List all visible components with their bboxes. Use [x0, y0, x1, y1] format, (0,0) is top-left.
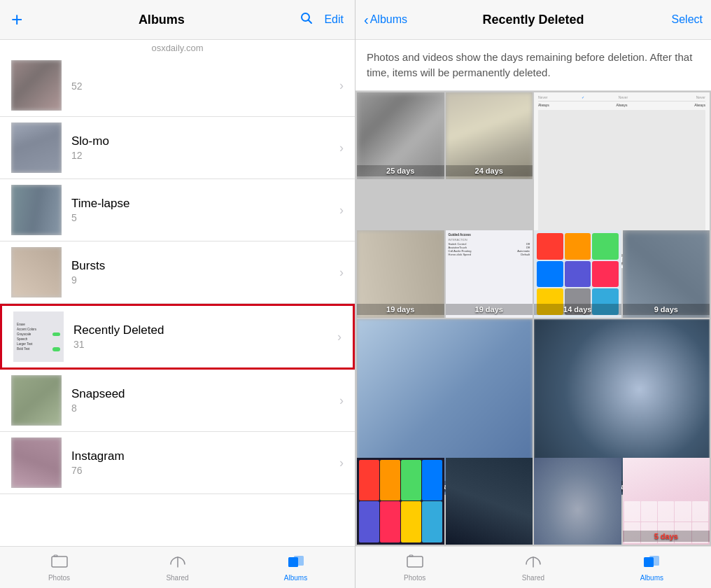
album-thumbnail: Erase Accent Colors Grayscale Speech Lar… [13, 312, 64, 362]
album-count: 8 [71, 402, 334, 414]
album-name: Recently Deleted [73, 323, 332, 337]
shared-icon [169, 553, 186, 573]
album-count: 76 [71, 465, 334, 476]
chevron-right-icon: › [339, 141, 344, 155]
grid-cell[interactable]: 19 days [357, 230, 444, 318]
left-title: Albums [139, 13, 185, 27]
left-tab-bar: Photos Shared Albums [0, 546, 355, 588]
album-info: Bursts 9 [71, 259, 334, 286]
back-button[interactable]: ‹ Albums [364, 12, 407, 28]
album-thumbnail [11, 122, 62, 173]
album-count: 31 [73, 339, 332, 350]
chevron-right-icon: › [339, 265, 344, 280]
album-list: 52 › Slo-mo 12 › Time-lapse 5 › [0, 55, 355, 546]
svg-line-1 [309, 20, 312, 24]
svg-rect-11 [649, 556, 659, 566]
days-label: 25 days [357, 165, 444, 176]
right-panel: ‹ Albums Recently Deleted Select Photos … [356, 0, 711, 588]
right-header: ‹ Albums Recently Deleted Select [356, 0, 711, 40]
svg-rect-8 [409, 555, 413, 556]
days-label: 9 days [623, 304, 710, 315]
list-item[interactable]: Instagram 76 › [0, 432, 355, 494]
album-info: Snapseed 8 [71, 387, 334, 414]
album-info: Slo-mo 12 [71, 134, 334, 161]
svg-rect-7 [407, 556, 423, 567]
photos-icon [51, 553, 68, 573]
album-info: Instagram 76 [71, 449, 334, 476]
grid-cell[interactable]: 9 days [623, 230, 710, 318]
album-count: 5 [71, 212, 334, 223]
tab-r-albums[interactable]: Albums [593, 553, 711, 582]
photo-grid: 25 days 24 days Never✓NeverNever AlwaysA… [356, 91, 711, 547]
list-item[interactable]: Time-lapse 5 › [0, 179, 355, 241]
watermark: osxdaily.com [0, 40, 355, 55]
grid-cell[interactable]: 14 days [534, 230, 621, 318]
right-tab-bar: Photos Shared Albums [356, 546, 711, 588]
list-item[interactable]: Snapseed 8 › [0, 370, 355, 432]
album-count: 9 [71, 274, 334, 286]
tab-photos[interactable]: Photos [0, 553, 118, 582]
tab-photos-label: Photos [48, 574, 70, 582]
tab-r-shared-label: Shared [522, 574, 544, 582]
album-thumbnail [11, 60, 62, 111]
album-name: Time-lapse [71, 197, 334, 211]
svg-rect-6 [294, 556, 304, 566]
select-button[interactable]: Select [672, 13, 703, 26]
albums-icon [643, 553, 660, 573]
tab-shared-label: Shared [166, 574, 188, 582]
list-item-recently-deleted[interactable]: Erase Accent Colors Grayscale Speech Lar… [0, 304, 355, 370]
album-name: Snapseed [71, 387, 334, 401]
grid-cell[interactable]: 24 days [446, 92, 533, 180]
tab-r-shared[interactable]: Shared [474, 553, 592, 582]
tab-albums[interactable]: Albums [237, 553, 355, 582]
days-label: 19 days [446, 304, 533, 315]
back-chevron-icon: ‹ [364, 12, 369, 28]
info-text: Photos and videos show the days remainin… [356, 40, 711, 91]
svg-rect-2 [52, 556, 67, 567]
chevron-right-icon: › [339, 393, 344, 408]
list-item[interactable]: Slo-mo 12 › [0, 117, 355, 179]
tab-r-photos[interactable]: Photos [356, 553, 474, 582]
album-info: 52 [71, 79, 334, 92]
edit-button[interactable]: Edit [324, 13, 344, 26]
left-header: + Albums Edit [0, 0, 355, 40]
days-label: 19 days [357, 304, 444, 315]
grid-cell[interactable] [357, 458, 444, 545]
albums-icon [288, 553, 304, 573]
tab-albums-label: Albums [284, 574, 307, 582]
grid-cell[interactable] [446, 458, 533, 545]
grid-cell[interactable] [534, 458, 621, 545]
album-thumbnail [11, 247, 62, 298]
album-name: Bursts [71, 259, 334, 273]
album-thumbnail [11, 438, 62, 488]
tab-shared[interactable]: Shared [118, 553, 237, 582]
chevron-right-icon: › [339, 203, 344, 218]
recently-deleted-thumbnail: Erase Accent Colors Grayscale Speech Lar… [13, 312, 64, 362]
grid-cell[interactable]: Guided Access INTERACTION Switch Control… [446, 230, 533, 318]
album-thumbnail [11, 185, 62, 235]
tab-r-albums-label: Albums [640, 574, 663, 582]
album-count: 52 [71, 80, 334, 92]
album-count: 12 [71, 150, 334, 161]
add-button[interactable]: + [11, 10, 22, 29]
grid-cell[interactable]: 5 days [623, 458, 710, 545]
search-button[interactable] [300, 12, 313, 27]
album-name: Slo-mo [71, 134, 334, 148]
album-thumbnail [11, 375, 62, 426]
chevron-right-icon: › [337, 330, 342, 344]
album-info: Recently Deleted 31 [73, 323, 332, 350]
shared-icon [525, 553, 542, 573]
photos-icon [407, 553, 423, 573]
days-label: 14 days [534, 304, 621, 315]
chevron-right-icon: › [339, 456, 344, 470]
grid-cell[interactable]: 25 days [357, 92, 444, 180]
right-title: Recently Deleted [482, 13, 584, 27]
list-item[interactable]: Bursts 9 › [0, 241, 355, 304]
days-label: 24 days [446, 165, 533, 176]
tab-r-photos-label: Photos [404, 574, 425, 582]
left-panel: + Albums Edit osxdaily.com 52 › [0, 0, 356, 588]
chevron-right-icon: › [339, 78, 344, 93]
album-name: Instagram [71, 449, 334, 463]
list-item[interactable]: 52 › [0, 55, 355, 117]
back-label: Albums [370, 13, 407, 26]
